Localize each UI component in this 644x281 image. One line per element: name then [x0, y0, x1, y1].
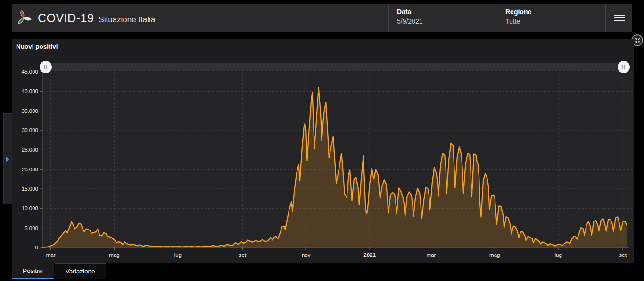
x-tick-label: lug [554, 252, 561, 258]
app-title-group: COVID-19 Situazione Italia [38, 11, 155, 25]
tab-bar: Positivi Variazione [12, 263, 106, 279]
civil-protection-logo-icon [15, 9, 32, 26]
date-field-value: 5/9/2021 [397, 17, 497, 25]
x-tick-label: mag [109, 252, 119, 258]
y-tick-label: 30.000 [22, 128, 38, 133]
region-field[interactable]: Regione Tutte [497, 4, 605, 32]
area-chart[interactable]: 05.00010.00015.00020.00025.00030.00035.0… [12, 39, 634, 263]
y-tick-label: 15.000 [22, 186, 38, 192]
x-tick-label: lug [174, 252, 182, 258]
x-tick-label: mar [427, 252, 436, 258]
grip-icon [44, 65, 47, 69]
y-tick-label: 45.000 [22, 69, 38, 75]
y-tick-label: 10.000 [22, 205, 38, 211]
y-tick-label: 5.000 [25, 225, 38, 231]
slider-handle-right[interactable] [618, 61, 630, 73]
tab-positivi[interactable]: Positivi [12, 263, 54, 279]
tab-variazione[interactable]: Variazione [55, 263, 106, 279]
app-brand: COVID-19 Situazione Italia [12, 4, 388, 32]
x-tick-label: nov [302, 252, 311, 258]
region-field-label: Regione [505, 8, 605, 16]
date-field[interactable]: Data 5/9/2021 [388, 4, 497, 32]
x-tick-label: set [239, 252, 247, 258]
app-window: COVID-19 Situazione Italia Data 5/9/2021… [0, 0, 644, 281]
date-field-label: Data [397, 8, 497, 16]
y-tick-label: 35.000 [22, 108, 38, 114]
region-field-value: Tutte [505, 17, 605, 25]
time-range-slider[interactable] [46, 63, 624, 71]
x-tick-label: 2021 [363, 252, 376, 258]
y-tick-label: 20.000 [22, 167, 38, 172]
app-title: COVID-19 [38, 11, 94, 25]
app-subtitle: Situazione Italia [99, 15, 155, 25]
x-tick-label: mar [46, 252, 56, 258]
grip-icon [622, 65, 625, 69]
y-tick-label: 0 [35, 245, 38, 250]
app-header: COVID-19 Situazione Italia Data 5/9/2021… [12, 4, 632, 32]
x-tick-label: mag [489, 252, 500, 258]
chart-panel: Nuovi positivi 05.00010.00015.00020.0002… [12, 39, 634, 263]
x-tick-label: set [619, 252, 627, 258]
sidebar-expand-handle[interactable] [3, 113, 12, 204]
menu-button[interactable] [605, 4, 632, 32]
hamburger-icon [614, 14, 625, 22]
chevron-right-icon [6, 157, 9, 162]
y-tick-label: 25.000 [22, 147, 38, 153]
slider-handle-left[interactable] [40, 61, 52, 73]
collapse-arrows-icon [634, 37, 641, 44]
y-tick-label: 40.000 [22, 88, 38, 94]
